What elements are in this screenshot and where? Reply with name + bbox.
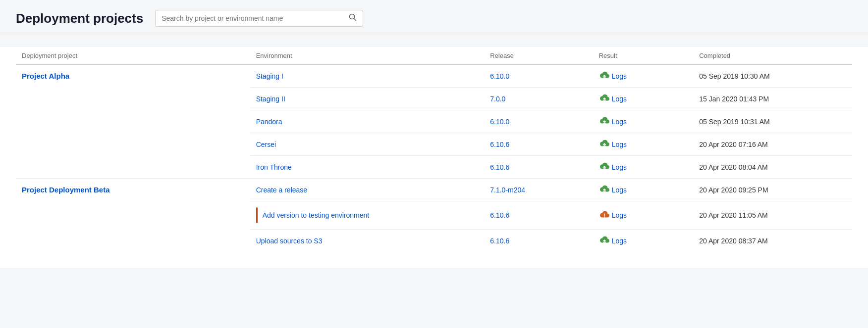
table-header-row: Deployment project Environment Release R… <box>16 47 852 65</box>
result-cell: Logs <box>593 88 694 110</box>
deployments-table: Deployment project Environment Release R… <box>16 47 852 252</box>
result-cell: Logs <box>593 156 694 179</box>
col-header-project: Deployment project <box>16 47 250 65</box>
result-content: Logs <box>599 162 688 172</box>
search-bar[interactable] <box>155 10 363 27</box>
logs-link[interactable]: Logs <box>612 141 627 148</box>
environment-link[interactable]: Add version to testing environment <box>263 211 370 219</box>
environment-link[interactable]: Staging I <box>256 72 283 80</box>
cloud-success-icon <box>599 71 610 81</box>
environment-cell: Staging I <box>250 65 485 88</box>
environment-cell: Pandora <box>250 110 485 133</box>
col-header-result: Result <box>593 47 694 65</box>
environment-cell: Staging II <box>250 88 485 110</box>
logs-link[interactable]: Logs <box>612 186 627 194</box>
environment-link[interactable]: Iron Throne <box>256 163 292 171</box>
result-cell: Logs <box>593 179 694 201</box>
project-name-cell: Project Alpha <box>16 65 250 179</box>
environment-cell: Add version to testing environment <box>250 201 485 230</box>
environment-cell: Upload sources to S3 <box>250 230 485 252</box>
result-content: Logs <box>599 94 688 104</box>
cloud-success-icon <box>599 235 610 246</box>
environment-link[interactable]: Create a release <box>256 186 308 194</box>
release-link[interactable]: 7.0.0 <box>490 95 505 103</box>
logs-link[interactable]: Logs <box>612 72 627 80</box>
col-header-release: Release <box>484 47 593 65</box>
completed-date-cell: 20 Apr 2020 09:25 PM <box>693 179 852 201</box>
logs-link[interactable]: Logs <box>612 95 627 103</box>
search-input[interactable] <box>162 14 349 22</box>
environment-link[interactable]: Upload sources to S3 <box>256 237 323 245</box>
main-content: Deployment project Environment Release R… <box>0 47 868 268</box>
result-cell: Logs <box>593 201 694 230</box>
result-content: Logs <box>599 210 688 221</box>
progress-bar-indicator <box>256 207 258 223</box>
release-link[interactable]: 6.10.6 <box>490 211 509 219</box>
env-with-progress-bar: Add version to testing environment <box>256 207 479 223</box>
environment-cell: Create a release <box>250 179 485 201</box>
col-header-environment: Environment <box>250 47 485 65</box>
result-cell: Logs <box>593 110 694 133</box>
release-cell: 7.1.0-m204 <box>484 179 593 201</box>
cloud-success-icon <box>599 94 610 104</box>
svg-line-1 <box>354 19 356 21</box>
logs-link[interactable]: Logs <box>612 237 627 245</box>
release-link[interactable]: 6.10.0 <box>490 118 509 126</box>
header: Deployment projects <box>0 0 868 35</box>
logs-link[interactable]: Logs <box>612 211 627 219</box>
release-link[interactable]: 6.10.6 <box>490 237 509 245</box>
environment-cell: Cersei <box>250 133 485 156</box>
completed-date-cell: 20 Apr 2020 07:16 AM <box>693 133 852 156</box>
release-cell: 7.0.0 <box>484 88 593 110</box>
logs-link[interactable]: Logs <box>612 118 627 126</box>
project-name-link[interactable]: Project Deployment Beta <box>22 186 110 194</box>
cloud-success-icon <box>599 162 610 172</box>
result-cell: Logs <box>593 65 694 88</box>
completed-date-cell: 20 Apr 2020 08:37 AM <box>693 230 852 252</box>
release-link[interactable]: 6.10.0 <box>490 72 509 80</box>
completed-date-cell: 05 Sep 2019 10:30 AM <box>693 65 852 88</box>
result-content: Logs <box>599 235 688 246</box>
completed-date-cell: 20 Apr 2020 11:05 AM <box>693 201 852 230</box>
release-link[interactable]: 7.1.0-m204 <box>490 186 525 194</box>
release-cell: 6.10.6 <box>484 230 593 252</box>
release-cell: 6.10.0 <box>484 65 593 88</box>
cloud-success-icon <box>599 139 610 149</box>
col-header-completed: Completed <box>693 47 852 65</box>
project-name-link[interactable]: Project Alpha <box>22 72 69 80</box>
environment-link[interactable]: Pandora <box>256 118 282 126</box>
cloud-warning-icon <box>599 210 610 221</box>
release-link[interactable]: 6.10.6 <box>490 163 509 171</box>
environment-link[interactable]: Cersei <box>256 141 276 148</box>
result-cell: Logs <box>593 133 694 156</box>
logs-link[interactable]: Logs <box>612 163 627 171</box>
release-cell: 6.10.6 <box>484 201 593 230</box>
table-row: Project AlphaStaging I6.10.0 Logs05 Sep … <box>16 65 852 88</box>
result-cell: Logs <box>593 230 694 252</box>
completed-date-cell: 20 Apr 2020 08:04 AM <box>693 156 852 179</box>
project-name-cell: Project Deployment Beta <box>16 179 250 252</box>
release-cell: 6.10.0 <box>484 110 593 133</box>
cloud-success-icon <box>599 185 610 195</box>
result-content: Logs <box>599 116 688 127</box>
completed-date-cell: 15 Jan 2020 01:43 PM <box>693 88 852 110</box>
environment-link[interactable]: Staging II <box>256 95 285 103</box>
result-content: Logs <box>599 71 688 81</box>
release-cell: 6.10.6 <box>484 133 593 156</box>
environment-cell: Iron Throne <box>250 156 485 179</box>
search-icon <box>349 13 357 23</box>
result-content: Logs <box>599 185 688 195</box>
cloud-success-icon <box>599 116 610 127</box>
page-title: Deployment projects <box>16 11 143 26</box>
result-content: Logs <box>599 139 688 149</box>
completed-date-cell: 05 Sep 2019 10:31 AM <box>693 110 852 133</box>
release-cell: 6.10.6 <box>484 156 593 179</box>
release-link[interactable]: 6.10.6 <box>490 141 509 148</box>
table-row: Project Deployment BetaCreate a release7… <box>16 179 852 201</box>
